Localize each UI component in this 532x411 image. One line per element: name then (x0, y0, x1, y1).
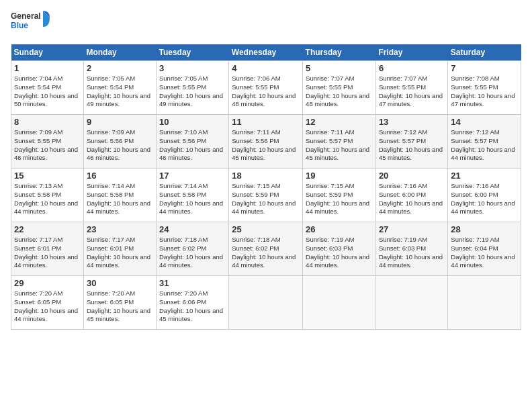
day-info: Sunrise: 7:05 AMSunset: 5:55 PMDaylight:… (159, 75, 223, 107)
day-info: Sunrise: 7:05 AMSunset: 5:54 PMDaylight:… (87, 75, 150, 107)
calendar-cell: 22Sunrise: 7:17 AMSunset: 6:01 PMDayligh… (11, 222, 84, 276)
calendar-cell: 4Sunrise: 7:06 AMSunset: 5:55 PMDaylight… (229, 61, 303, 115)
day-info: Sunrise: 7:14 AMSunset: 5:58 PMDaylight:… (87, 182, 150, 215)
day-number: 23 (87, 224, 153, 234)
calendar-cell: 24Sunrise: 7:18 AMSunset: 6:02 PMDayligh… (157, 222, 229, 276)
svg-text:Blue: Blue (11, 21, 28, 30)
logo: General Blue (11, 8, 51, 38)
day-number: 7 (451, 63, 518, 73)
calendar-cell: 13Sunrise: 7:12 AMSunset: 5:57 PMDayligh… (375, 115, 447, 169)
calendar-cell: 21Sunrise: 7:16 AMSunset: 6:00 PMDayligh… (448, 169, 521, 222)
svg-text:General: General (11, 11, 41, 21)
day-number: 4 (232, 63, 300, 73)
calendar-cell: 6Sunrise: 7:07 AMSunset: 5:55 PMDaylight… (375, 61, 447, 115)
calendar-cell: 30Sunrise: 7:20 AMSunset: 6:05 PMDayligh… (83, 276, 156, 330)
day-number: 20 (379, 171, 445, 181)
day-info: Sunrise: 7:19 AMSunset: 6:04 PMDaylight:… (451, 236, 515, 269)
day-number: 31 (159, 278, 226, 288)
calendar-cell: 9Sunrise: 7:09 AMSunset: 5:56 PMDaylight… (83, 115, 156, 169)
calendar-cell: 12Sunrise: 7:11 AMSunset: 5:57 PMDayligh… (303, 115, 376, 169)
page-container: General Blue Sunday Monday Tuesday Wedne… (0, 0, 532, 335)
calendar-cell: 23Sunrise: 7:17 AMSunset: 6:01 PMDayligh… (83, 222, 156, 276)
day-info: Sunrise: 7:17 AMSunset: 6:01 PMDaylight:… (87, 236, 150, 269)
day-info: Sunrise: 7:20 AMSunset: 6:05 PMDaylight:… (87, 289, 150, 322)
logo-svg: General Blue (11, 8, 51, 38)
day-info: Sunrise: 7:18 AMSunset: 6:02 PMDaylight:… (232, 236, 296, 269)
calendar-table: Sunday Monday Tuesday Wednesday Thursday… (11, 44, 521, 330)
calendar-week-5: 29Sunrise: 7:20 AMSunset: 6:05 PMDayligh… (11, 276, 521, 330)
calendar-week-1: 1Sunrise: 7:04 AMSunset: 5:54 PMDaylight… (11, 61, 521, 115)
day-number: 3 (159, 63, 226, 73)
day-info: Sunrise: 7:07 AMSunset: 5:55 PMDaylight:… (379, 75, 443, 107)
day-info: Sunrise: 7:17 AMSunset: 6:01 PMDaylight:… (14, 236, 78, 269)
calendar-cell: 29Sunrise: 7:20 AMSunset: 6:05 PMDayligh… (11, 276, 84, 330)
day-number: 26 (306, 224, 373, 234)
day-info: Sunrise: 7:09 AMSunset: 5:55 PMDaylight:… (14, 128, 78, 161)
day-info: Sunrise: 7:09 AMSunset: 5:56 PMDaylight:… (87, 128, 150, 161)
day-info: Sunrise: 7:16 AMSunset: 6:00 PMDaylight:… (379, 182, 443, 215)
col-monday: Monday (83, 44, 156, 61)
calendar-cell: 25Sunrise: 7:18 AMSunset: 6:02 PMDayligh… (229, 222, 303, 276)
calendar-week-4: 22Sunrise: 7:17 AMSunset: 6:01 PMDayligh… (11, 222, 521, 276)
header-row: Sunday Monday Tuesday Wednesday Thursday… (11, 44, 521, 61)
calendar-week-3: 15Sunrise: 7:13 AMSunset: 5:58 PMDayligh… (11, 169, 521, 222)
day-number: 16 (87, 171, 153, 181)
day-number: 5 (306, 63, 373, 73)
day-number: 21 (451, 171, 518, 181)
day-info: Sunrise: 7:12 AMSunset: 5:57 PMDaylight:… (379, 128, 443, 161)
day-info: Sunrise: 7:16 AMSunset: 6:00 PMDaylight:… (451, 182, 515, 215)
day-info: Sunrise: 7:06 AMSunset: 5:55 PMDaylight:… (232, 75, 296, 107)
day-number: 10 (159, 117, 226, 127)
col-thursday: Thursday (303, 44, 376, 61)
day-number: 28 (451, 224, 518, 234)
calendar-cell: 28Sunrise: 7:19 AMSunset: 6:04 PMDayligh… (448, 222, 521, 276)
col-friday: Friday (375, 44, 447, 61)
day-info: Sunrise: 7:18 AMSunset: 6:02 PMDaylight:… (159, 236, 223, 269)
col-wednesday: Wednesday (229, 44, 303, 61)
calendar-cell: 14Sunrise: 7:12 AMSunset: 5:57 PMDayligh… (448, 115, 521, 169)
day-info: Sunrise: 7:14 AMSunset: 5:58 PMDaylight:… (159, 182, 223, 215)
day-number: 17 (159, 171, 226, 181)
calendar-cell: 1Sunrise: 7:04 AMSunset: 5:54 PMDaylight… (11, 61, 84, 115)
col-sunday: Sunday (11, 44, 84, 61)
day-info: Sunrise: 7:04 AMSunset: 5:54 PMDaylight:… (14, 75, 78, 107)
calendar-cell: 7Sunrise: 7:08 AMSunset: 5:55 PMDaylight… (448, 61, 521, 115)
day-number: 12 (306, 117, 373, 127)
calendar-cell (448, 276, 521, 330)
day-info: Sunrise: 7:19 AMSunset: 6:03 PMDaylight:… (306, 236, 369, 269)
calendar-cell (229, 276, 303, 330)
day-info: Sunrise: 7:08 AMSunset: 5:55 PMDaylight:… (451, 75, 515, 107)
calendar-cell: 11Sunrise: 7:11 AMSunset: 5:56 PMDayligh… (229, 115, 303, 169)
calendar-cell: 10Sunrise: 7:10 AMSunset: 5:56 PMDayligh… (157, 115, 229, 169)
day-info: Sunrise: 7:10 AMSunset: 5:56 PMDaylight:… (159, 128, 223, 161)
calendar-cell: 17Sunrise: 7:14 AMSunset: 5:58 PMDayligh… (157, 169, 229, 222)
calendar-cell: 19Sunrise: 7:15 AMSunset: 5:59 PMDayligh… (303, 169, 376, 222)
day-number: 22 (14, 224, 81, 234)
day-number: 8 (14, 117, 81, 127)
day-info: Sunrise: 7:11 AMSunset: 5:56 PMDaylight:… (232, 128, 296, 161)
day-number: 6 (379, 63, 445, 73)
calendar-cell: 16Sunrise: 7:14 AMSunset: 5:58 PMDayligh… (83, 169, 156, 222)
day-number: 15 (14, 171, 81, 181)
page-header: General Blue (11, 8, 521, 38)
day-number: 13 (379, 117, 445, 127)
calendar-cell: 8Sunrise: 7:09 AMSunset: 5:55 PMDaylight… (11, 115, 84, 169)
day-info: Sunrise: 7:19 AMSunset: 6:03 PMDaylight:… (379, 236, 443, 269)
day-number: 2 (87, 63, 153, 73)
calendar-cell: 15Sunrise: 7:13 AMSunset: 5:58 PMDayligh… (11, 169, 84, 222)
day-number: 19 (306, 171, 373, 181)
day-info: Sunrise: 7:07 AMSunset: 5:55 PMDaylight:… (306, 75, 369, 107)
calendar-cell: 3Sunrise: 7:05 AMSunset: 5:55 PMDaylight… (157, 61, 229, 115)
day-number: 27 (379, 224, 445, 234)
day-number: 18 (232, 171, 300, 181)
col-tuesday: Tuesday (157, 44, 229, 61)
calendar-cell: 26Sunrise: 7:19 AMSunset: 6:03 PMDayligh… (303, 222, 376, 276)
calendar-body: 1Sunrise: 7:04 AMSunset: 5:54 PMDaylight… (11, 61, 521, 330)
calendar-cell: 20Sunrise: 7:16 AMSunset: 6:00 PMDayligh… (375, 169, 447, 222)
day-number: 25 (232, 224, 300, 234)
day-info: Sunrise: 7:20 AMSunset: 6:05 PMDaylight:… (14, 289, 78, 322)
day-number: 14 (451, 117, 518, 127)
day-number: 9 (87, 117, 153, 127)
day-info: Sunrise: 7:20 AMSunset: 6:06 PMDaylight:… (159, 289, 223, 322)
day-info: Sunrise: 7:12 AMSunset: 5:57 PMDaylight:… (451, 128, 515, 161)
